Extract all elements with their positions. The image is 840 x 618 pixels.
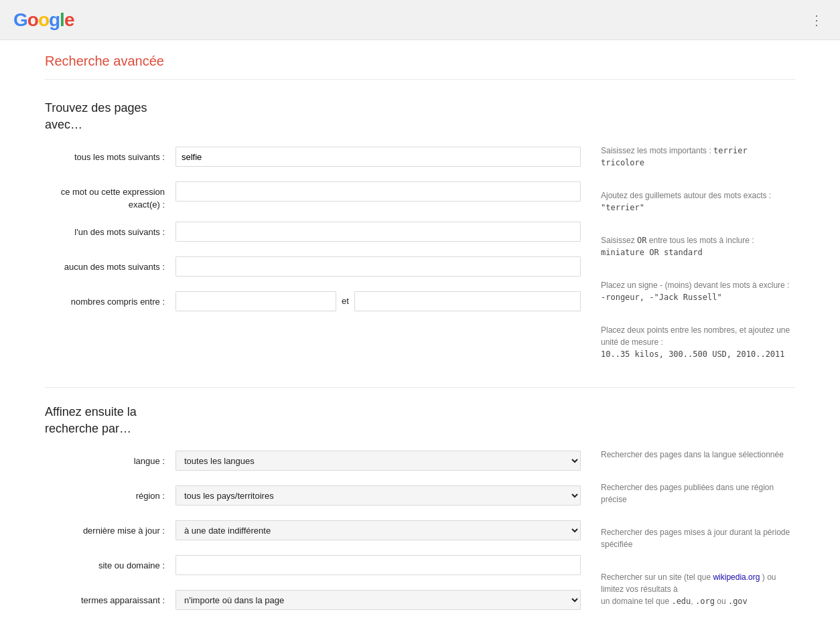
exact-phrase-input-area [176,181,581,202]
section-find-pages: Trouvez des pagesavec… tous les mots sui… [45,100,795,371]
site-domain-input-area [176,555,581,575]
any-words-input-area [176,222,581,242]
last-update-row: dernière mise à jour : à une date indiff… [45,520,581,544]
exact-phrase-input[interactable] [176,181,581,202]
numbers-input-area: et [176,291,581,311]
exact-phrase-hint: Ajoutez des guillemets autour des mots e… [601,184,795,214]
section2-title: Affinez ensuite larecherche par… [45,404,581,437]
site-domain-row: site ou domaine : [45,555,581,579]
site-domain-input[interactable] [176,555,581,575]
header: Google ⋮ [0,0,840,40]
section1-title: Trouvez des pagesavec… [45,100,581,133]
terms-appearing-label: termes apparaissant : [45,590,176,607]
wikipedia-link[interactable]: wikipedia.org [713,572,760,582]
site-domain-hint: Rechercher sur un site (tel que wikipedi… [601,566,795,607]
language-row: langue : toutes les langues français ang… [45,451,581,475]
language-input-area: toutes les langues français anglais alle… [176,451,581,471]
section-divider-1 [45,387,795,388]
terms-appearing-input-area: n'importe où dans la page dans le titre … [176,590,581,610]
last-update-hint: Rechercher des pages mises à jour durant… [601,521,795,550]
numbers-hint: Placez deux points entre les nombres, et… [601,319,795,360]
region-hint: Rechercher des pages publiées dans une r… [601,476,795,506]
section-refine: Affinez ensuite larecherche par… langue … [45,404,795,618]
all-words-input[interactable] [176,147,581,167]
last-update-input-area: à une date indifférente dernières 24 heu… [176,520,581,540]
none-words-label: aucun des mots suivants : [45,256,176,273]
all-words-input-area [176,147,581,167]
range-input-2[interactable] [354,291,581,311]
none-words-input[interactable] [176,256,581,277]
language-label: langue : [45,451,176,467]
last-update-select[interactable]: à une date indifférente dernières 24 heu… [176,520,581,540]
region-input-area: tous les pays/territoires France Belgiqu… [176,485,581,506]
region-label: région : [45,485,176,502]
google-logo[interactable]: Google [13,9,74,31]
terms-appearing-select[interactable]: n'importe où dans la page dans le titre … [176,590,581,610]
language-hint: Rechercher des pages dans la langue séle… [601,443,795,461]
menu-icon[interactable]: ⋮ [807,9,827,31]
exact-phrase-row: ce mot ou cette expressionexact(e) : [45,181,581,210]
site-domain-label: site ou domaine : [45,555,176,572]
section-find-right: Saisissez les mots importants : terrier … [581,100,795,371]
language-select[interactable]: toutes les langues français anglais alle… [176,451,581,471]
section-refine-left: Affinez ensuite larecherche par… langue … [45,404,581,618]
all-words-hint: Saisissez les mots importants : terrier … [601,139,795,169]
none-words-hint: Placez un signe - (moins) devant les mot… [601,274,795,303]
region-select[interactable]: tous les pays/territoires France Belgiqu… [176,485,581,506]
range-separator: et [342,296,349,306]
section-find-left: Trouvez des pagesavec… tous les mots sui… [45,100,581,371]
terms-appearing-row: termes apparaissant : n'importe où dans … [45,590,581,614]
any-words-input[interactable] [176,222,581,242]
numbers-label: nombres compris entre : [45,291,176,308]
range-row: et [176,291,581,311]
last-update-label: dernière mise à jour : [45,520,176,537]
exact-phrase-label: ce mot ou cette expressionexact(e) : [45,181,176,210]
region-row: région : tous les pays/territoires Franc… [45,485,581,510]
all-words-row: tous les mots suivants : [45,147,581,171]
numbers-row: nombres compris entre : et [45,291,581,315]
page-title: Recherche avancée [45,54,795,80]
any-words-hint: Saisissez OR entre tous les mots à inclu… [601,229,795,258]
any-words-row: l'un des mots suivants : [45,222,581,246]
any-words-label: l'un des mots suivants : [45,222,176,238]
none-words-input-area [176,256,581,277]
range-input-1[interactable] [176,291,336,311]
section-refine-right: Rechercher des pages dans la langue séle… [581,404,795,618]
none-words-row: aucun des mots suivants : [45,256,581,281]
main-content: Recherche avancée Trouvez des pagesavec…… [18,40,822,618]
all-words-label: tous les mots suivants : [45,147,176,163]
